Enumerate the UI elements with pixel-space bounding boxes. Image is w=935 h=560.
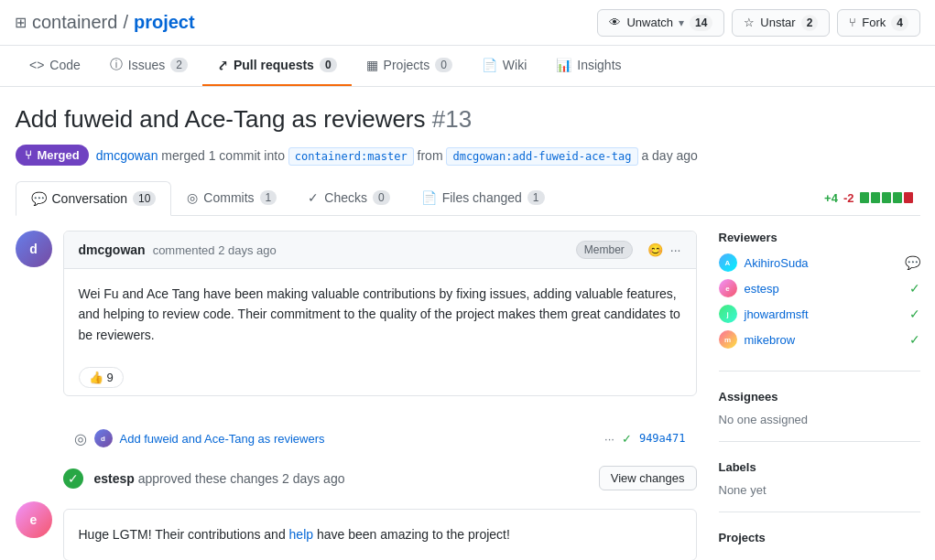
repo-nav: <> Code ⓘ Issues 2 ⤤ Pull requests 0 ▦ P… (0, 46, 935, 87)
diff-bar-2 (871, 192, 880, 203)
nav-insights[interactable]: 📊 Insights (541, 46, 636, 86)
avatar-jhoward: j (719, 305, 737, 323)
reviewer-jhoward: j jhowardmsft ✓ (719, 305, 920, 323)
comment-header: dmcgowan commented 2 days ago Member 😊 ·… (64, 232, 696, 269)
diff-bar-4 (893, 192, 902, 203)
star-button[interactable]: ☆ Unstar 2 (732, 9, 830, 37)
eye-icon: 👁 (609, 16, 621, 29)
files-icon: 📄 (421, 190, 437, 205)
tab-commits[interactable]: ◎ Commits 1 (171, 180, 292, 216)
commit-row: ◎ d Add fuweid and Ace-Tang as reviewers… (63, 422, 697, 455)
repo-owner-link[interactable]: containerd (32, 12, 117, 33)
main-comment-box: dmcgowan commented 2 days ago Member 😊 ·… (63, 231, 697, 396)
help-link[interactable]: help (289, 527, 313, 542)
sidebar-projects-section: Projects (719, 531, 920, 560)
reviewer-akihiro-status: 💬 (905, 255, 920, 270)
reviewer-jhoward-status: ✓ (909, 307, 920, 321)
diff-bar-1 (860, 192, 869, 203)
merged-badge: ⑂ Merged (16, 145, 89, 166)
more-options-icon[interactable]: ··· (670, 242, 681, 257)
fork-label: Fork (862, 16, 886, 29)
diff-bar-chart (860, 192, 913, 203)
top-nav: ⊞ containerd / project 👁 Unwatch ▾ 14 ☆ … (0, 0, 935, 46)
thumbsup-reaction[interactable]: 👍 9 (79, 367, 124, 388)
diff-stats: +4 -2 (824, 191, 919, 205)
commit-options[interactable]: ··· (604, 432, 614, 446)
reviewers-title: Reviewers (719, 231, 920, 244)
avatar-estesp-sidebar: e (719, 279, 737, 297)
reactions: 👍 9 (64, 360, 696, 395)
approval-icon: ✓ (63, 468, 83, 489)
reviewer-akihiro-name[interactable]: AkihiroSuda (745, 256, 897, 270)
watch-count: 14 (690, 15, 712, 31)
code-icon: <> (29, 58, 44, 72)
reviewer-mikebrow-name[interactable]: mikebrow (745, 333, 902, 347)
pr-container: Add fuweid and Ace-Tang as reviewers #13… (1, 87, 935, 560)
pr-sidebar: Reviewers A AkihiroSuda 💬 e estesp ✓ j j… (719, 231, 920, 560)
commit-sha-link[interactable]: 949a471 (639, 432, 686, 445)
main-comment-wrapper: dmcgowan commented 2 days ago Member 😊 ·… (63, 231, 697, 411)
base-branch-tag[interactable]: containerd:master (288, 147, 414, 166)
pr-time: a day ago (641, 148, 698, 163)
watch-button[interactable]: 👁 Unwatch ▾ 14 (597, 9, 724, 37)
reviewer-akihiro: A AkihiroSuda 💬 (719, 253, 920, 272)
comment-body-text: Wei Fu and Ace Tang have been making val… (79, 284, 681, 345)
nav-wiki[interactable]: 📄 Wiki (467, 46, 541, 86)
insights-icon: 📊 (556, 58, 571, 72)
avatar-estesp: e (16, 501, 52, 538)
emoji-button[interactable]: 😊 (647, 242, 663, 257)
nav-code[interactable]: <> Code (15, 46, 95, 86)
fork-button[interactable]: ⑂ Fork 4 (837, 9, 920, 37)
second-comment-body: Huge LGTM! Their contributions and help … (64, 510, 696, 559)
fork-icon: ⑂ (849, 16, 856, 29)
sidebar-assignees-section: Assignees No one assigned (719, 390, 920, 442)
tab-checks[interactable]: ✓ Checks 0 (292, 180, 405, 216)
nav-projects[interactable]: ▦ Projects 0 (352, 46, 467, 86)
commit-dot-icon: ◎ (74, 430, 87, 447)
from-text: from (418, 148, 447, 163)
repo-icon: ⊞ (15, 14, 27, 31)
commit-avatar: d (94, 429, 113, 447)
tab-files-changed[interactable]: 📄 Files changed 1 (406, 180, 560, 216)
tab-conversation-label: Conversation (52, 191, 128, 206)
sidebar-reviewers-section: Reviewers A AkihiroSuda 💬 e estesp ✓ j j… (719, 231, 920, 372)
pr-author-link[interactable]: dmcgowan (96, 148, 158, 163)
repo-name-link[interactable]: project (134, 12, 195, 33)
pr-meta: ⑂ Merged dmcgowan merged 1 commit into c… (16, 145, 920, 166)
pr-tabs: 💬 Conversation 10 ◎ Commits 1 ✓ Checks 0… (16, 180, 920, 216)
reviewer-estesp-name[interactable]: estesp (745, 282, 902, 296)
issues-icon: ⓘ (110, 57, 123, 73)
assignees-title: Assignees (719, 390, 920, 404)
conversation-icon: 💬 (31, 191, 47, 206)
second-comment-wrapper: Huge LGTM! Their contributions and help … (63, 501, 697, 560)
approval-row: ✓ estesp approved these changes 2 days a… (63, 466, 697, 490)
commits-icon: ◎ (187, 190, 198, 205)
conversation-count: 10 (133, 191, 156, 206)
nav-issues[interactable]: ⓘ Issues 2 (95, 46, 202, 86)
nav-pull-requests[interactable]: ⤤ Pull requests 0 (202, 46, 352, 86)
labels-title: Labels (719, 460, 920, 474)
approver-name[interactable]: estesp (94, 471, 135, 486)
view-changes-button[interactable]: View changes (599, 466, 697, 490)
reviewer-jhoward-name[interactable]: jhowardmsft (745, 307, 902, 321)
fork-count: 4 (891, 15, 908, 31)
avatar-akihiro: A (719, 253, 737, 272)
tab-commits-label: Commits (203, 190, 254, 205)
comment-body: Wei Fu and Ace Tang have been making val… (64, 269, 696, 360)
star-label: Unstar (760, 16, 795, 29)
tab-conversation[interactable]: 💬 Conversation 10 (16, 181, 172, 216)
tab-checks-label: Checks (324, 190, 367, 205)
projects-title: Projects (719, 531, 920, 544)
comment-time: commented 2 days ago (153, 243, 277, 257)
approval-text: estesp approved these changes 2 days ago (94, 471, 588, 486)
reviewer-mikebrow: m mikebrow ✓ (719, 330, 920, 349)
head-branch-tag[interactable]: dmcgowan:add-fuweid-ace-tag (446, 147, 637, 166)
diff-deletions: -2 (843, 191, 854, 205)
pr-icon: ⤤ (217, 58, 228, 72)
tab-files-label: Files changed (442, 190, 522, 205)
comment-author[interactable]: dmcgowan (79, 242, 146, 257)
diff-additions: +4 (824, 191, 838, 205)
commit-message-link[interactable]: Add fuweid and Ace-Tang as reviewers (120, 432, 598, 446)
second-comment-text: Huge LGTM! Their contributions and help … (79, 524, 681, 544)
commit-check-icon: ✓ (622, 432, 632, 446)
